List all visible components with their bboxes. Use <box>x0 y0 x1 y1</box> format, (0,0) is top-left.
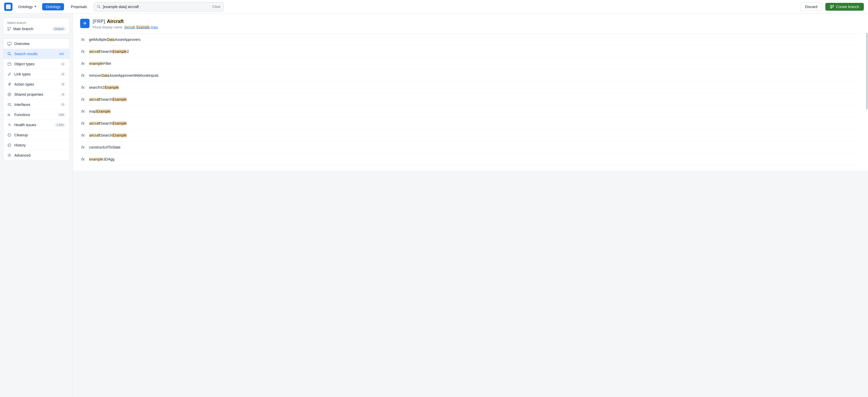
result-item[interactable]: fxremoveDataAssetApproverWebhookInputs <box>80 69 861 82</box>
result-item[interactable]: fxgetMultipleDataAssetApprovers <box>80 34 861 45</box>
branch-name: Main branch <box>7 27 33 31</box>
discard-button[interactable]: Discard <box>800 3 822 11</box>
result-item[interactable]: fxaircraftSearchExample2 <box>80 45 861 58</box>
result-text: removeDataAssetApproverWebhookInputs <box>89 73 158 78</box>
sidebar-item-label-overview: Overview <box>14 42 29 46</box>
subtitle-aircraft: Aircraft <box>124 25 135 29</box>
sidebar-item-interfaces[interactable]: Interfaces 0 <box>3 100 69 110</box>
sidebar-item-health-issues[interactable]: Health issues 1,941 <box>3 120 69 130</box>
result-item[interactable]: fxaircraftSearchExample <box>80 117 861 129</box>
health-icon <box>7 123 12 127</box>
main-layout: Select branch Main branch Default <box>0 13 868 397</box>
link-types-badge: 0 <box>60 72 66 76</box>
logo-icon <box>4 3 12 11</box>
subtitle-label: Plural display name: <box>93 25 123 29</box>
shared-icon <box>7 92 12 97</box>
svg-point-19 <box>9 155 10 156</box>
subtitle-example: Example <box>136 25 150 29</box>
gear-icon <box>7 153 12 158</box>
sidebar-item-label-link-types: Link types <box>14 72 31 76</box>
branch-section-label: Select branch <box>7 21 66 25</box>
fx-function-icon: fx <box>80 145 86 149</box>
result-text: example3DAgg <box>89 157 115 161</box>
svg-point-7 <box>8 30 8 31</box>
tab-ontology[interactable]: Ontology <box>42 3 64 10</box>
search-icon <box>7 52 12 56</box>
tab-proposals[interactable]: Proposals <box>67 3 91 10</box>
fx-function-icon: fx <box>80 109 86 114</box>
result-item[interactable]: fxexample3DAgg <box>80 153 861 165</box>
svg-point-15 <box>9 94 10 95</box>
interface-icon <box>7 102 12 107</box>
fx-function-icon: fx <box>80 121 86 125</box>
svg-point-16 <box>10 105 11 106</box>
result-text: mapExample <box>89 109 111 114</box>
fx-icon: fx <box>7 112 12 117</box>
sidebar-item-shared-properties[interactable]: Shared properties 0 <box>3 90 69 100</box>
fx-function-icon: fx <box>80 85 86 90</box>
sidebar-item-advanced[interactable]: Advanced <box>3 150 69 160</box>
action-types-badge: 0 <box>60 83 66 86</box>
functions-badge: 149 <box>57 113 66 117</box>
branch-name-label: Main branch <box>13 27 33 31</box>
frp-badge: [FRP] <box>93 19 105 24</box>
result-item[interactable]: fxaircraftSearchExample <box>80 93 861 105</box>
nav-section: Overview Search results 150 <box>3 38 69 160</box>
sidebar-item-link-types[interactable]: Link types 0 <box>3 69 69 79</box>
svg-line-1 <box>100 7 100 8</box>
svg-point-5 <box>8 27 8 28</box>
ontology-dropdown[interactable]: Ontology <box>16 3 39 10</box>
chevron-down-icon <box>34 6 36 7</box>
sidebar-item-label-cleanup: Cleanup <box>14 133 28 137</box>
aircraft-info: [FRP] Aircraft Plural display name: Airc… <box>93 19 158 29</box>
search-icon <box>97 5 101 8</box>
link-icon <box>7 72 12 77</box>
fx-function-icon: fx <box>80 157 86 161</box>
sidebar-item-label-search: Search results <box>14 52 37 56</box>
subtitle-value[interactable]: Aircraft Example Data <box>124 25 158 29</box>
branch-row: Main branch Default <box>7 27 66 31</box>
create-branch-button[interactable]: Create branch <box>825 3 864 11</box>
search-input[interactable] <box>103 5 210 9</box>
sidebar-item-overview[interactable]: Overview <box>3 39 69 49</box>
sidebar-item-cleanup[interactable]: Cleanup <box>3 130 69 140</box>
cleanup-icon <box>7 133 12 138</box>
content-inner: ✈ [FRP] Aircraft Plural display name: Ai… <box>73 13 868 171</box>
result-text: aircraftSearchExample <box>89 97 127 101</box>
create-branch-label: Create branch <box>836 5 859 9</box>
sidebar-item-label-health: Health issues <box>14 123 36 127</box>
sidebar-item-search-results[interactable]: Search results 150 <box>3 49 69 59</box>
shared-props-badge: 0 <box>60 93 66 96</box>
sidebar-item-functions[interactable]: fx Functions 149 <box>3 110 69 120</box>
search-bar: Clear <box>94 2 224 11</box>
sidebar-item-history[interactable]: History <box>3 140 69 150</box>
topnav: Ontology Ontology Proposals Clear Discar… <box>0 0 868 13</box>
scrollbar-thumb[interactable] <box>866 33 867 110</box>
result-item[interactable]: fxexampleFilter <box>80 58 861 69</box>
svg-rect-8 <box>7 42 11 45</box>
sidebar-item-label-functions: Functions <box>14 113 30 117</box>
scrollbar-track[interactable] <box>866 13 868 397</box>
result-item[interactable]: fxaircraftSearchExample <box>80 129 861 141</box>
sidebar-item-object-types[interactable]: Object types 1 <box>3 59 69 69</box>
sidebar-item-label-shared-props: Shared properties <box>14 92 43 96</box>
sidebar-item-label-interfaces: Interfaces <box>14 102 30 107</box>
result-text: aircraftSearchExample <box>89 121 127 125</box>
result-item[interactable]: fxconstructUrlToSlate <box>80 141 861 153</box>
branch-icon <box>7 27 11 31</box>
branch-section: Select branch Main branch Default <box>3 18 69 34</box>
branch-icon <box>830 5 834 9</box>
aircraft-name-highlight: Aircraft <box>106 19 124 24</box>
result-text: searchV2Example <box>89 85 119 90</box>
fx-function-icon: fx <box>80 49 86 54</box>
default-badge: Default <box>52 27 66 31</box>
results-list: fxgetMultipleDataAssetApproversfxaircraf… <box>80 34 861 165</box>
clear-button[interactable]: Clear <box>212 5 220 8</box>
svg-point-6 <box>10 27 11 28</box>
content-wrapper: ✈ [FRP] Aircraft Plural display name: Ai… <box>73 13 868 397</box>
result-text: aircraftSearchExample2 <box>89 50 129 54</box>
result-item[interactable]: fxmapExample <box>80 105 861 117</box>
sidebar-item-label-object-types: Object types <box>14 62 35 66</box>
sidebar-item-action-types[interactable]: Action types 0 <box>3 79 69 90</box>
result-item[interactable]: fxsearchV2Example <box>80 82 861 93</box>
